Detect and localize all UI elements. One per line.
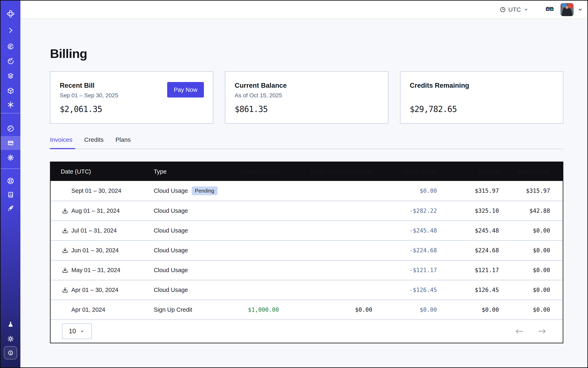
usage-gauge-icon[interactable] xyxy=(1,122,20,136)
col-type: Type xyxy=(154,168,218,175)
type-cell: Cloud Usage xyxy=(154,227,218,234)
invoice-type: Sign Up Credit xyxy=(154,306,192,313)
invoice-type: Cloud Usage xyxy=(154,227,188,234)
timezone-selector[interactable]: UTC xyxy=(499,6,529,13)
pay-now-button[interactable]: Pay Now xyxy=(167,82,204,98)
credit-usage-value: $0.00 xyxy=(372,306,437,313)
collapse-chevron-icon[interactable] xyxy=(1,23,20,37)
card-amount: $861.35 xyxy=(235,104,378,114)
balance-due-value: $315.97 xyxy=(499,187,550,194)
invoices-table: Date (UTC) Type Credit Granted Credit Pu… xyxy=(50,162,563,343)
next-page-button[interactable] xyxy=(537,328,547,335)
rocket-icon[interactable] xyxy=(1,201,20,215)
download-invoice-button[interactable] xyxy=(62,267,69,274)
download-invoice-button[interactable] xyxy=(62,247,69,254)
billing-tabs: Invoices Credits Plans xyxy=(50,136,563,149)
date-cell: Sept 01 – 30, 2024 xyxy=(51,187,154,194)
timezone-label: UTC xyxy=(508,6,521,13)
tab-invoices[interactable]: Invoices xyxy=(50,136,75,149)
table-row: Aug 01 – 31, 2024 Cloud Usage -$282.22 $… xyxy=(51,201,563,221)
summary-cards: Recent Bill Sep 01 – Sep 30, 2025 $2,061… xyxy=(50,71,563,124)
date-cell: May 01 – 31, 2024 xyxy=(51,267,154,274)
sidebar-divider xyxy=(1,168,20,169)
theme-sun-icon[interactable] xyxy=(1,332,20,346)
asterisk-icon[interactable] xyxy=(1,98,20,111)
table-row: Jul 01 – 31, 2024 Cloud Usage -$245.48 $… xyxy=(51,221,563,240)
settings-gear-icon[interactable] xyxy=(1,151,20,165)
sidebar-item-billing[interactable] xyxy=(1,136,20,150)
sidebar: $ xyxy=(1,1,20,367)
balance-due-value: $0.00 xyxy=(499,306,550,313)
pager-arrows xyxy=(515,328,547,335)
invoice-date: Apr 01 – 30, 2024 xyxy=(71,287,118,293)
tab-credits[interactable]: Credits xyxy=(84,136,106,149)
card-subtitle xyxy=(410,92,553,99)
layers-icon[interactable] xyxy=(1,69,20,83)
account-chevron-down-icon[interactable] xyxy=(577,6,584,13)
credit-usage-value: -$126.45 xyxy=(372,287,437,293)
type-cell: Cloud Usage Pending xyxy=(154,186,218,195)
logo-icon[interactable] xyxy=(1,7,20,21)
balance-due-value: $0.00 xyxy=(499,227,550,234)
3d-glasses-button[interactable] xyxy=(545,6,554,14)
type-cell: Cloud Usage xyxy=(154,287,218,293)
download-invoice-button[interactable] xyxy=(62,207,69,214)
credit-usage-value: -$224.68 xyxy=(372,247,437,254)
current-balance-card: Current Balance As of Oct 15, 2025 $861.… xyxy=(225,71,388,124)
page-size-select[interactable]: 10 xyxy=(62,323,92,339)
card-title: Current Balance xyxy=(235,82,378,89)
date-cell: Jun 01 – 30, 2024 xyxy=(51,247,154,254)
invoice-type: Cloud Usage xyxy=(154,267,188,274)
col-subtotal: Subtotal xyxy=(437,168,499,175)
date-cell: Aug 01 – 31, 2024 xyxy=(51,207,154,214)
type-cell: Cloud Usage xyxy=(154,247,218,254)
docs-book-icon[interactable] xyxy=(1,188,20,202)
subtotal-value: $0.00 xyxy=(437,306,499,313)
history-icon[interactable] xyxy=(1,55,20,68)
date-cell: Apr 01, 2024 xyxy=(51,306,154,313)
avatar[interactable] xyxy=(561,3,573,16)
subtotal-value: $121.17 xyxy=(437,267,499,274)
card-subtitle: As of Oct 15, 2025 xyxy=(235,92,378,99)
svg-text:$: $ xyxy=(9,351,11,355)
download-slot xyxy=(62,306,69,313)
chevron-down-icon xyxy=(80,329,85,334)
invoice-date: May 01 – 31, 2024 xyxy=(71,267,120,274)
status-badge: Pending xyxy=(192,186,217,195)
download-icon xyxy=(62,287,68,293)
download-icon xyxy=(62,267,68,274)
recent-bill-card: Recent Bill Sep 01 – Sep 30, 2025 $2,061… xyxy=(50,71,213,124)
col-credit-purchase-amount: Credit Purchase Amount xyxy=(279,168,372,175)
credit-granted-value: $1,000.00 xyxy=(218,306,279,313)
cube-icon[interactable] xyxy=(1,84,20,98)
subtotal-value: $315.97 xyxy=(437,187,499,194)
clock-icon xyxy=(499,6,506,13)
table-pagination: 10 xyxy=(51,320,563,343)
col-credit-granted: Credit Granted xyxy=(218,168,279,175)
support-wheel-icon[interactable] xyxy=(1,174,20,188)
invoice-type: Cloud Usage xyxy=(154,287,188,293)
page-size-value: 10 xyxy=(69,328,76,335)
table-row: Jun 01 – 30, 2024 Cloud Usage -$224.68 $… xyxy=(51,240,563,260)
download-invoice-button[interactable] xyxy=(62,227,69,234)
table-row: Sept 01 – 30, 2024 Cloud Usage Pending $… xyxy=(51,181,563,201)
table-body: Sept 01 – 30, 2024 Cloud Usage Pending $… xyxy=(51,181,563,320)
download-invoice-button[interactable] xyxy=(62,287,69,294)
credit-usage-value: $0.00 xyxy=(372,187,437,194)
credits-badge-button[interactable]: $ xyxy=(4,346,17,359)
previous-page-button[interactable] xyxy=(515,328,524,335)
tab-plans[interactable]: Plans xyxy=(115,136,134,149)
invoice-date: Aug 01 – 31, 2024 xyxy=(71,207,120,214)
download-slot xyxy=(62,187,69,194)
monitoring-icon[interactable] xyxy=(1,40,20,54)
labs-flask-icon[interactable] xyxy=(1,318,20,331)
sidebar-divider xyxy=(1,113,20,113)
invoice-date: Sept 01 – 30, 2024 xyxy=(71,187,121,194)
balance-due-value: $42.88 xyxy=(499,207,550,214)
balance-due-value: $0.00 xyxy=(499,247,550,254)
credits-remaining-card: Credits Remaining $29,782.65 xyxy=(400,71,563,124)
invoice-type: Cloud Usage xyxy=(154,247,188,254)
credit-usage-value: -$121.17 xyxy=(372,267,437,274)
invoice-type: Cloud Usage xyxy=(154,207,188,214)
invoice-date: Apr 01, 2024 xyxy=(71,306,105,313)
